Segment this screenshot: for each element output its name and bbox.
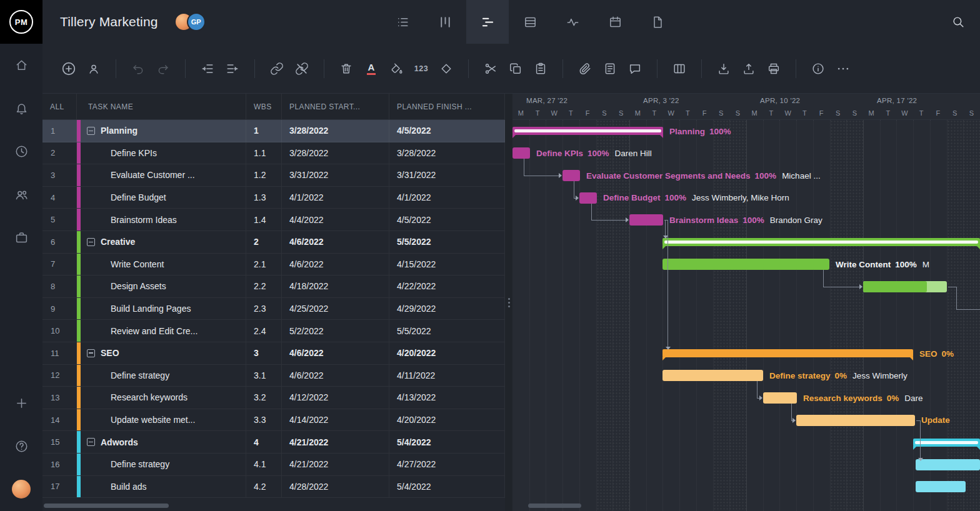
toolbar-delete-button[interactable]: [334, 55, 359, 82]
task-row[interactable]: 1Planning13/28/20224/5/2022: [42, 120, 505, 142]
project-members[interactable]: GP: [174, 12, 206, 31]
sidebar-team-button[interactable]: [0, 173, 42, 216]
collapse-icon[interactable]: [87, 438, 95, 446]
toolbar-more-button[interactable]: [831, 55, 856, 82]
sheet-view-tab[interactable]: [509, 0, 551, 44]
toolbar-undo-button[interactable]: [126, 55, 151, 82]
toolbar-outdent-button[interactable]: [195, 55, 220, 82]
toolbar-comment-button[interactable]: [622, 55, 648, 82]
task-row[interactable]: 12Define strategy3.14/6/20224/11/2022: [42, 365, 505, 387]
number-format-icon: 123: [414, 64, 428, 73]
task-name: Planning: [101, 126, 138, 136]
toolbar-unlink-tasks-button[interactable]: [289, 55, 314, 82]
gantt-task-bar[interactable]: [796, 415, 915, 426]
gantt-task-bar[interactable]: [763, 392, 797, 404]
sidebar-home-button[interactable]: [0, 44, 42, 87]
wbs-cell: 2.1: [246, 254, 282, 275]
planned-finish-cell: 4/20/2022: [389, 342, 505, 364]
task-row[interactable]: 11SEO34/6/20224/20/2022: [42, 342, 505, 365]
gantt-task-bar[interactable]: [662, 259, 829, 270]
task-row[interactable]: 3Evaluate Customer ...1.23/31/20223/31/2…: [42, 164, 505, 187]
gantt-task-bar[interactable]: [916, 459, 980, 470]
list-view-tab[interactable]: [381, 0, 424, 44]
task-row[interactable]: 13Research keywords3.24/12/20224/13/2022: [42, 387, 505, 409]
toolbar-link-tasks-button[interactable]: [264, 55, 289, 82]
task-row[interactable]: 17Build ads4.24/28/20225/4/2022: [42, 476, 505, 499]
calendar-view-tab[interactable]: [594, 0, 636, 44]
gantt-view-tab[interactable]: [466, 0, 509, 44]
sidebar-help-button[interactable]: [0, 425, 42, 468]
toolbar-info-button[interactable]: [806, 55, 831, 82]
toolbar-divider: [324, 59, 324, 78]
collapse-icon[interactable]: [87, 349, 95, 357]
board-view-tab[interactable]: [424, 0, 466, 44]
task-name: Define KPIs: [111, 148, 157, 158]
activity-view-icon: [566, 15, 580, 29]
column-header-planned-finish[interactable]: PLANNED FINISH ...: [389, 94, 505, 119]
gantt-summary-bar[interactable]: [662, 238, 980, 246]
task-row[interactable]: 5Brainstorm Ideas1.44/4/20224/5/2022: [42, 209, 505, 231]
toolbar-attach-file-button[interactable]: [572, 55, 598, 82]
gantt-task-bar[interactable]: [579, 192, 597, 204]
task-row[interactable]: 16Define strategy4.14/21/20224/27/2022: [42, 454, 505, 476]
user-avatar[interactable]: [12, 480, 31, 499]
toolbar-add-task-button[interactable]: [56, 55, 81, 82]
app-logo[interactable]: PM: [0, 0, 42, 44]
task-row[interactable]: 8Design Assets2.24/18/20224/22/2022: [42, 275, 505, 298]
collapse-icon[interactable]: [87, 238, 95, 246]
gantt-summary-bar[interactable]: [512, 127, 663, 135]
column-header-wbs[interactable]: WBS: [246, 94, 282, 119]
toolbar-paste-button[interactable]: [528, 55, 553, 82]
help-icon: [14, 439, 29, 454]
toolbar-number-format-button[interactable]: 123: [409, 55, 434, 82]
toolbar-copy-button[interactable]: [503, 55, 528, 82]
gantt-summary-bar[interactable]: [913, 439, 980, 447]
gantt-task-bar[interactable]: [512, 147, 530, 159]
task-row[interactable]: 6Creative24/6/20225/5/2022: [42, 231, 505, 254]
gantt-task-bar[interactable]: [863, 281, 947, 292]
sidebar-notifications-button[interactable]: [0, 87, 42, 130]
member-badge[interactable]: GP: [187, 12, 206, 31]
task-row[interactable]: 4Define Budget1.34/1/20224/1/2022: [42, 187, 505, 209]
toolbar-cut-button[interactable]: [478, 55, 503, 82]
gantt-task-bar[interactable]: [916, 481, 966, 492]
gantt-task-bar[interactable]: [629, 214, 663, 226]
gantt-task-bar[interactable]: [562, 170, 580, 181]
toolbar-fill-color-button[interactable]: [384, 55, 409, 82]
gantt-task-bar[interactable]: [662, 370, 763, 381]
task-row[interactable]: 15Adwords44/21/20225/4/2022: [42, 431, 505, 454]
panel-splitter[interactable]: [505, 94, 512, 511]
toolbar-redo-button[interactable]: [151, 55, 176, 82]
task-row[interactable]: 7Write Content2.14/6/20224/15/2022: [42, 254, 505, 276]
toolbar-import-button[interactable]: [711, 55, 736, 82]
wbs-cell: 1.1: [246, 142, 282, 164]
chart-scrollbar-thumb[interactable]: [528, 504, 581, 508]
toolbar-columns-button[interactable]: [667, 55, 692, 82]
task-name-cell: Brainstorm Ideas: [81, 209, 246, 231]
gantt-summary-bar[interactable]: [662, 349, 913, 357]
toolbar-print-button[interactable]: [761, 55, 786, 82]
toolbar-assign-user-button[interactable]: [81, 55, 106, 82]
doc-view-tab[interactable]: [636, 0, 679, 44]
table-scrollbar-thumb[interactable]: [44, 504, 169, 508]
toolbar-notes-button[interactable]: [598, 55, 622, 82]
toolbar-export-button[interactable]: [736, 55, 761, 82]
activity-view-tab[interactable]: [551, 0, 594, 44]
column-header-all[interactable]: ALL: [42, 94, 77, 119]
toolbar-indent-button[interactable]: [220, 55, 245, 82]
sidebar-add-button[interactable]: [0, 382, 42, 425]
toolbar-milestone-button[interactable]: [434, 55, 459, 82]
task-row[interactable]: 14Update website met...3.34/14/20224/20/…: [42, 409, 505, 432]
task-row[interactable]: 2Define KPIs1.13/28/20223/28/2022: [42, 142, 505, 165]
toolbar-font-color-button[interactable]: A: [359, 55, 384, 82]
search-button[interactable]: [951, 15, 965, 29]
sidebar-portfolio-button[interactable]: [0, 216, 42, 259]
column-header-planned-start[interactable]: PLANNED START...: [282, 94, 389, 119]
sidebar-time-button[interactable]: [0, 130, 42, 173]
gantt-chart: MAR, 27 '22APR, 3 '22APR, 10 '22APR, 17 …: [512, 94, 980, 511]
collapse-icon[interactable]: [87, 127, 95, 135]
day-letter: M: [512, 107, 529, 120]
task-row[interactable]: 9Build Landing Pages2.34/25/20224/29/202…: [42, 298, 505, 320]
task-row[interactable]: 10Review and Edit Cre...2.45/2/20225/5/2…: [42, 320, 505, 342]
column-header-task-name[interactable]: TASK NAME: [81, 94, 246, 119]
